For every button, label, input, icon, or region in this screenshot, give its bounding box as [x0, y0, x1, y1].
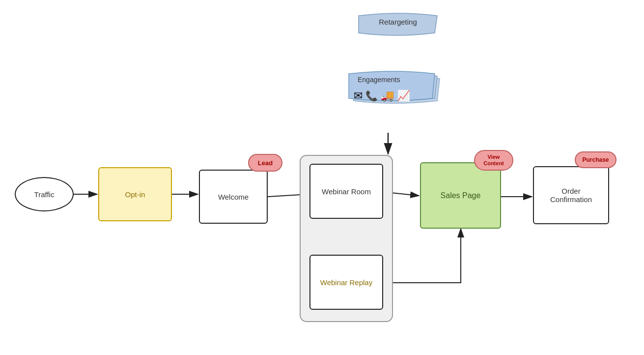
retargeting-flag: Retargeting [354, 11, 442, 55]
engagements-label: Engagements [358, 76, 431, 84]
sales-page-node: Sales Page [420, 162, 501, 229]
view-content-badge: ViewContent [474, 150, 513, 171]
lead-badge: Lead [248, 154, 282, 172]
purchase-badge: Purchase [575, 151, 616, 168]
webinar-replay-node: Webinar Replay [309, 255, 383, 310]
webinar-room-node: Webinar Room [309, 164, 383, 219]
purchase-label: Purchase [582, 156, 609, 163]
retargeting-label: Retargeting [368, 18, 427, 26]
welcome-label: Welcome [218, 193, 249, 201]
email-icon: ✉ [354, 89, 363, 102]
webinar-room-label: Webinar Room [322, 187, 371, 196]
truck-icon: 🚚 [381, 89, 394, 102]
lead-badge-label: Lead [258, 159, 273, 167]
diagram-canvas: Traffic Opt-in Welcome Lead Webinar Room… [0, 0, 644, 355]
order-confirmation-label: Order Confirmation [550, 187, 592, 204]
phone-icon: 📞 [365, 90, 378, 102]
webinar-replay-label: Webinar Replay [320, 278, 372, 287]
optin-label: Opt-in [125, 190, 145, 199]
sales-page-label: Sales Page [441, 191, 481, 200]
engagements-icons: ✉ 📞 🚚 📈 [354, 89, 435, 102]
traffic-node: Traffic [15, 177, 74, 211]
welcome-node: Welcome [199, 170, 268, 224]
order-confirmation-node: Order Confirmation [533, 166, 609, 224]
traffic-label: Traffic [34, 190, 55, 199]
view-content-label: ViewContent [483, 154, 504, 167]
optin-node: Opt-in [98, 167, 172, 221]
chart-icon: 📈 [397, 89, 410, 102]
